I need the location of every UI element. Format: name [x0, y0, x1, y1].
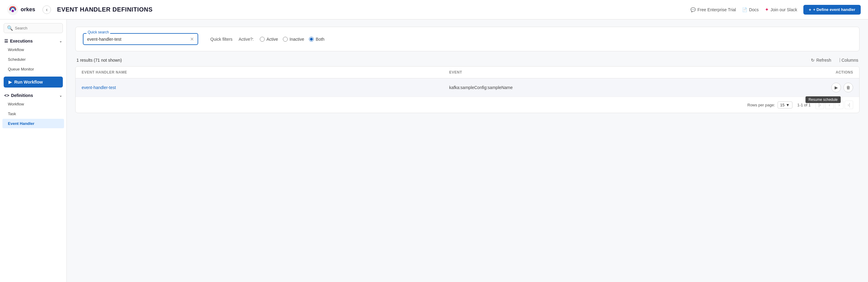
sidebar-item-queue-monitor[interactable]: Queue Monitor	[2, 64, 64, 74]
logo-area: orkes	[7, 4, 35, 15]
rows-per-page-select[interactable]: 15 ▼	[778, 102, 793, 109]
active-filter-label: Active?:	[239, 37, 254, 41]
sidebar-item-scheduler[interactable]: Scheduler	[2, 55, 64, 64]
definitions-section-header[interactable]: <> Definitions ⌄	[0, 90, 66, 99]
last-page-button[interactable]: ›|	[845, 101, 853, 109]
quick-search-input[interactable]	[87, 37, 188, 41]
columns-icon: ⎹	[836, 57, 840, 63]
chevron-down-icon-2: ⌄	[59, 93, 62, 97]
define-event-handler-button[interactable]: + + Define event handler	[803, 5, 861, 15]
rows-per-page-label: Rows per page:	[747, 103, 775, 107]
chat-icon: 💬	[690, 7, 695, 12]
sidebar-item-def-workflow[interactable]: Workflow	[2, 100, 64, 109]
quick-filters-label: Quick filters	[210, 37, 232, 41]
table-cell-handler-name[interactable]: event-handler-test	[82, 85, 449, 90]
sidebar-item-event-handler[interactable]: Event Handler	[2, 119, 64, 128]
refresh-icon: ↻	[811, 58, 814, 63]
radio-active-label: Active	[267, 37, 278, 41]
svg-point-1	[11, 10, 14, 12]
table-cell-actions: ▶ Resume schedule 🗑	[817, 83, 853, 92]
delete-button[interactable]: 🗑	[843, 83, 853, 92]
run-workflow-button[interactable]: ▶ Run Workflow	[4, 77, 63, 87]
sidebar: 🔍 ⌘ K ☰ Executions ⌄ Workflow Scheduler …	[0, 20, 67, 282]
table-card: EVENT HANDLER NAME EVENT ACTIONS event-h…	[75, 66, 860, 113]
results-count: 1 results (71 not shown)	[76, 58, 122, 63]
radio-both-input[interactable]	[309, 37, 314, 41]
definitions-label: Definitions	[11, 93, 33, 98]
columns-button[interactable]: ⎹ Columns	[836, 57, 858, 63]
docs-link[interactable]: 📄 Docs	[742, 7, 759, 12]
quick-search-label: Quick search	[87, 30, 110, 34]
pagination-bar: Rows per page: 15 ▼ 1-1 of 1 |‹ ‹ › ›|	[75, 97, 859, 113]
quick-search-wrapper: Quick search ⨯	[83, 33, 198, 45]
sidebar-collapse-button[interactable]: ‹	[42, 5, 51, 14]
table-cell-event: kafka:sampleConfig:sampleName	[449, 85, 817, 90]
radio-group: Active Inactive Both	[260, 37, 324, 41]
radio-both[interactable]: Both	[309, 37, 324, 41]
results-bar: 1 results (71 not shown) ↻ Refresh ⎹ Col…	[75, 57, 860, 63]
resume-schedule-button[interactable]: ▶ Resume schedule	[831, 83, 841, 92]
resume-schedule-tooltip: Resume schedule	[805, 96, 841, 103]
quick-filters: Quick filters Active?: Active Inactive B…	[210, 37, 324, 41]
col-header-event: EVENT	[449, 70, 817, 75]
code-icon: <>	[4, 93, 9, 98]
slack-link[interactable]: ✦ Join our Slack	[765, 7, 797, 12]
refresh-button[interactable]: ↻ Refresh	[811, 58, 831, 63]
col-header-actions: ACTIONS	[817, 70, 853, 75]
trash-icon: 🗑	[846, 85, 850, 90]
radio-active-input[interactable]	[260, 37, 265, 41]
executions-label: Executions	[10, 38, 33, 44]
results-actions: ↻ Refresh ⎹ Columns	[811, 57, 858, 63]
main-content: Quick search ⨯ Quick filters Active?: Ac…	[67, 20, 868, 282]
quick-search-input-box: ⨯	[83, 33, 198, 45]
menu-icon: ☰	[4, 38, 8, 44]
page-info: 1-1 of 1	[797, 103, 811, 107]
col-header-name: EVENT HANDLER NAME	[82, 70, 449, 75]
radio-active[interactable]: Active	[260, 37, 278, 41]
play-icon: ▶	[8, 80, 12, 84]
clear-search-button[interactable]: ⨯	[190, 36, 194, 42]
executions-items: Workflow Scheduler Queue Monitor	[0, 45, 66, 74]
rows-per-page-value: 15	[780, 103, 784, 107]
table-row: event-handler-test kafka:sampleConfig:sa…	[75, 78, 859, 97]
free-trial-link[interactable]: 💬 Free Enterprise Trial	[690, 7, 736, 12]
executions-section-header[interactable]: ☰ Executions ⌄	[0, 35, 66, 45]
orkes-logo	[7, 4, 18, 15]
sidebar-item-def-task[interactable]: Task	[2, 109, 64, 118]
radio-inactive-input[interactable]	[283, 37, 288, 41]
docs-icon: 📄	[742, 7, 747, 12]
play-circle-icon: ▶	[835, 85, 838, 90]
plus-icon: +	[809, 7, 811, 12]
radio-both-label: Both	[316, 37, 324, 41]
definitions-items: Workflow Task Event Handler	[0, 99, 66, 129]
main-layout: 🔍 ⌘ K ☰ Executions ⌄ Workflow Scheduler …	[0, 20, 868, 282]
sidebar-item-workflow[interactable]: Workflow	[2, 45, 64, 54]
page-title: EVENT HANDLER DEFINITIONS	[57, 6, 690, 13]
search-icon: 🔍	[7, 25, 13, 31]
chevron-left-icon: ‹	[46, 7, 48, 12]
rows-per-page: Rows per page: 15 ▼	[747, 102, 793, 109]
search-box[interactable]: 🔍 ⌘ K	[4, 23, 63, 33]
table-header-row: EVENT HANDLER NAME EVENT ACTIONS	[75, 66, 859, 78]
slack-icon: ✦	[765, 7, 769, 12]
dropdown-arrow-icon: ▼	[786, 103, 790, 107]
search-input[interactable]	[15, 26, 66, 30]
header-nav: 💬 Free Enterprise Trial 📄 Docs ✦ Join ou…	[690, 5, 861, 15]
app-header: orkes ‹ EVENT HANDLER DEFINITIONS 💬 Free…	[0, 0, 868, 20]
radio-inactive[interactable]: Inactive	[283, 37, 304, 41]
filter-card: Quick search ⨯ Quick filters Active?: Ac…	[75, 27, 860, 51]
chevron-down-icon: ⌄	[59, 39, 62, 43]
brand-name: orkes	[21, 6, 35, 13]
radio-inactive-label: Inactive	[289, 37, 304, 41]
